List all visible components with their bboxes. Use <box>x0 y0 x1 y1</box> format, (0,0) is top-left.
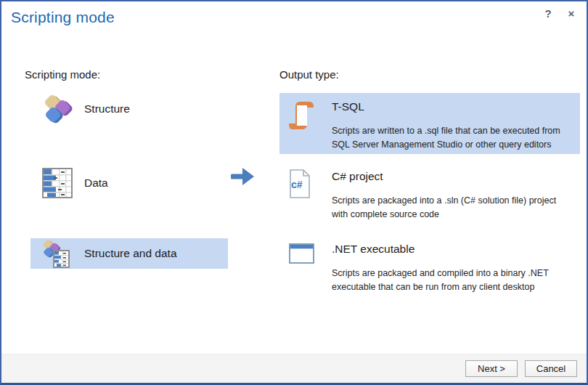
option-structure[interactable]: Structure <box>30 90 228 128</box>
output-dotnet-title: .NET executable <box>332 243 571 256</box>
option-data[interactable]: Data <box>30 164 228 202</box>
sql-script-icon <box>288 97 320 150</box>
csharp-file-icon: c# <box>288 167 320 227</box>
option-structure-and-data-label: Structure and data <box>84 247 177 260</box>
next-button[interactable]: Next > <box>465 360 518 377</box>
footer-bar: Next > Cancel <box>1 354 587 383</box>
output-tsql-description: Scripts are written to a .sql file that … <box>332 124 571 152</box>
output-option-csharp[interactable]: c# C# project Scripts are packaged into … <box>279 163 580 231</box>
help-icon[interactable]: ? <box>542 7 555 20</box>
dotnet-window-icon <box>288 240 320 299</box>
scripting-mode-label: Scripting mode: <box>25 68 100 81</box>
window-controls: ? × <box>542 7 578 20</box>
output-csharp-title: C# project <box>332 170 571 183</box>
page-title: Scripting mode <box>11 9 115 26</box>
output-option-dotnet[interactable]: .NET executable Scripts are packaged and… <box>279 235 580 304</box>
output-tsql-title: T-SQL <box>332 100 571 113</box>
option-structure-and-data[interactable]: Structure and data <box>30 238 228 269</box>
structure-and-data-icon <box>41 238 75 269</box>
scripting-mode-dialog: Scripting mode ? × Scripting mode: Outpu… <box>0 0 588 385</box>
structure-blocks-icon <box>41 92 75 126</box>
output-dotnet-description: Scripts are packaged and compiled into a… <box>332 267 571 294</box>
output-type-label: Output type: <box>279 68 339 81</box>
close-icon[interactable]: × <box>565 7 578 20</box>
option-structure-label: Structure <box>84 102 130 115</box>
svg-text:c#: c# <box>291 179 303 190</box>
output-option-tsql[interactable]: T-SQL Scripts are written to a .sql file… <box>279 93 580 154</box>
option-data-label: Data <box>84 177 108 190</box>
right-arrow-icon <box>229 166 256 187</box>
output-csharp-description: Scripts are packaged into a .sln (C# sol… <box>332 194 571 222</box>
data-table-icon <box>41 166 75 200</box>
cancel-button[interactable]: Cancel <box>525 360 577 377</box>
